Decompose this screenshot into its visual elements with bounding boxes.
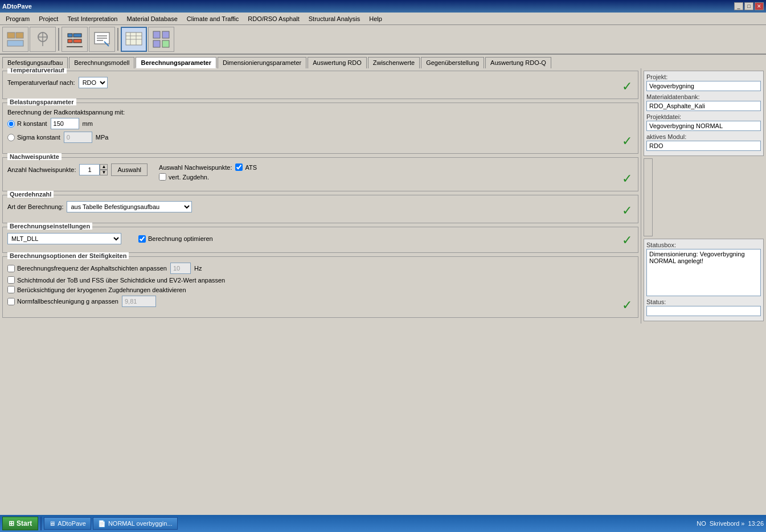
start-button[interactable]: ⊞ Start [2, 517, 38, 530]
sigma-konstant-label[interactable]: Sigma konstant [7, 134, 60, 141]
spinner-up[interactable]: ▲ [100, 164, 108, 170]
menu-structural[interactable]: Structural Analysis [304, 14, 364, 23]
tab-gegenuberstellung[interactable]: Gegenüberstellung [421, 57, 484, 68]
tab-befestigungsaufbau[interactable]: Befestigungsaufbau [2, 57, 68, 68]
aktives-modul-label: aktives Modul: [646, 133, 761, 140]
right-sidebar: Projekt: Vegoverbygning Materialdatenban… [641, 68, 766, 324]
ats-checkbox[interactable] [235, 163, 243, 171]
optimieren-label[interactable]: Berechnung optimieren [138, 235, 213, 243]
toolbar-icon-2 [34, 30, 52, 48]
sigma-konstant-radio[interactable] [7, 134, 15, 141]
auswahl-button[interactable]: Auswahl [111, 163, 148, 176]
vert-label[interactable]: vert. Zugdehn. [159, 173, 209, 181]
r-value-input[interactable] [51, 118, 79, 129]
minimize-button[interactable]: _ [734, 2, 743, 10]
temperaturverlauf-row: Temperaturverlauf nach: RDO [7, 77, 633, 88]
r-konstant-radio[interactable] [7, 120, 15, 128]
toolbar-btn-3[interactable] [62, 27, 88, 52]
taskbar-item-normal[interactable]: 📄 NORMAL overbyggin... [93, 517, 178, 530]
toolbar-btn-2[interactable] [30, 27, 56, 52]
art-select[interactable]: aus Tabelle Befestigungsaufbau [67, 201, 192, 212]
toolbar-btn-1[interactable] [2, 27, 28, 52]
tab-zwischenwerte[interactable]: Zwischenwerte [368, 57, 420, 68]
toolbar-btn-5[interactable] [121, 27, 147, 52]
menu-test-interpretation[interactable]: Test Interpretation [63, 14, 122, 23]
toolbar-separator-2 [117, 28, 118, 51]
menu-rdo-rso[interactable]: RDO/RSO Asphalt [243, 14, 304, 23]
toolbar-btn-6[interactable] [148, 27, 174, 52]
auswahl-label: Auswahl Nachweispunkte: [159, 164, 232, 171]
vert-checkbox[interactable] [159, 173, 166, 181]
projektdatei-label: Projektdatei: [646, 113, 761, 120]
projekt-value: Vegoverbygning [646, 81, 761, 91]
statusbox-value: Dimensionierung: Vegoverbygning NORMAL a… [646, 249, 761, 296]
app-title: ADtoPave [2, 3, 32, 10]
svg-rect-6 [68, 34, 72, 37]
maximize-button[interactable]: □ [744, 2, 753, 10]
toolbar-separator-1 [58, 28, 59, 51]
cb3-checkbox[interactable] [7, 286, 15, 293]
toolbar-icon-5 [125, 30, 143, 48]
cb4-checkbox[interactable] [7, 298, 15, 305]
menu-climate-traffic[interactable]: Climate and Traffic [182, 14, 244, 23]
svg-rect-1 [16, 32, 23, 38]
section-berechnungsoptionen: Berechnungsoptionen der Steifigkeiten Be… [2, 256, 638, 318]
art-row: Art der Berechnung: aus Tabelle Befestig… [7, 201, 633, 212]
menu-material-database[interactable]: Material Database [122, 14, 182, 23]
r-unit: mm [83, 120, 93, 127]
tab-berechnungsmodell[interactable]: Berechnungsmodell [69, 57, 134, 68]
cb1-label[interactable]: Berechnungsfrequenz der Asphaltschichten… [7, 265, 167, 272]
svg-rect-8 [68, 39, 72, 43]
taskbar-items: 🖥 ADtoPave 📄 NORMAL overbyggin... [44, 517, 177, 530]
close-button[interactable]: ✕ [755, 2, 764, 10]
dll-select[interactable]: MLT_DLL [7, 233, 121, 244]
menu-help[interactable]: Help [364, 14, 387, 23]
section-temperaturverlauf-title: Temperaturverlauf [7, 68, 67, 73]
belastungsparameter-checkmark: ✓ [622, 134, 632, 149]
cb2-checkbox[interactable] [7, 276, 15, 284]
cb1-checkbox[interactable] [7, 265, 15, 272]
temperaturverlauf-checkmark: ✓ [622, 79, 632, 94]
section-berechnungseinstellungen-title: Berechnungseinstellungen [7, 223, 92, 230]
sigma-value-input[interactable] [64, 132, 92, 143]
title-bar: ADtoPave _ □ ✕ [0, 0, 766, 13]
menu-program[interactable]: Program [1, 14, 34, 23]
taskbar-lang: NO [697, 520, 706, 527]
toolbar-icon-6 [152, 30, 170, 48]
svg-rect-15 [126, 32, 142, 45]
window-controls: _ □ ✕ [734, 2, 764, 10]
art-label: Art der Berechnung: [7, 203, 63, 210]
anzahl-label: Anzahl Nachweispunkte: [7, 166, 76, 173]
tab-auswertung-rdo[interactable]: Auswertung RDO [308, 57, 367, 68]
ats-label[interactable]: ATS [235, 163, 257, 171]
menu-project[interactable]: Project [34, 14, 63, 23]
projekt-label: Projekt: [646, 73, 761, 80]
section-temperaturverlauf: Temperaturverlauf Temperaturverlauf nach… [2, 71, 638, 99]
svg-rect-2 [7, 40, 23, 46]
taskbar-skrivebord: Skrivebord » [710, 520, 745, 527]
taskbar-icon-2: 📄 [98, 520, 106, 527]
menu-bar: Program Project Test Interpretation Mate… [0, 13, 766, 25]
section-nachweispunkte-title: Nachweispunkte [7, 153, 62, 160]
r-konstant-label[interactable]: R konstant [7, 120, 47, 128]
toolbar-btn-4[interactable] [89, 27, 115, 52]
section-belastungsparameter: Belastungsparameter Berechnung der Radko… [2, 103, 638, 154]
cb2-label[interactable]: Schichtmodul der ToB und FSS über Schich… [7, 276, 225, 284]
anzahl-input[interactable] [79, 164, 100, 175]
taskbar-item-adtopave[interactable]: 🖥 ADtoPave [44, 517, 91, 530]
tab-berechnungsparameter[interactable]: Berechnungsparameter [136, 57, 216, 68]
g-input[interactable] [122, 296, 156, 307]
temperaturverlauf-select[interactable]: RDO [79, 77, 108, 88]
aktives-modul-value: RDO [646, 141, 761, 151]
tab-dimensionierungsparameter[interactable]: Dimensionierungsparameter [218, 57, 306, 68]
cb3-label[interactable]: Berücksichtigung der kryogenen Zugdehnun… [7, 286, 186, 293]
optimieren-checkbox[interactable] [138, 235, 146, 243]
cb4-label[interactable]: Normfallbeschleunigung g anpassen [7, 298, 118, 305]
section-belastungsparameter-title: Belastungsparameter [7, 99, 76, 105]
tab-auswertung-rdo-q[interactable]: Auswertung RDO-Q [485, 57, 551, 68]
r-konstant-row: R konstant mm [7, 118, 633, 129]
materialdatenbank-value: RDO_Asphalte_Kali [646, 101, 761, 111]
hz-input[interactable] [170, 263, 191, 274]
status-value [646, 306, 761, 316]
spinner-down[interactable]: ▼ [100, 170, 108, 175]
